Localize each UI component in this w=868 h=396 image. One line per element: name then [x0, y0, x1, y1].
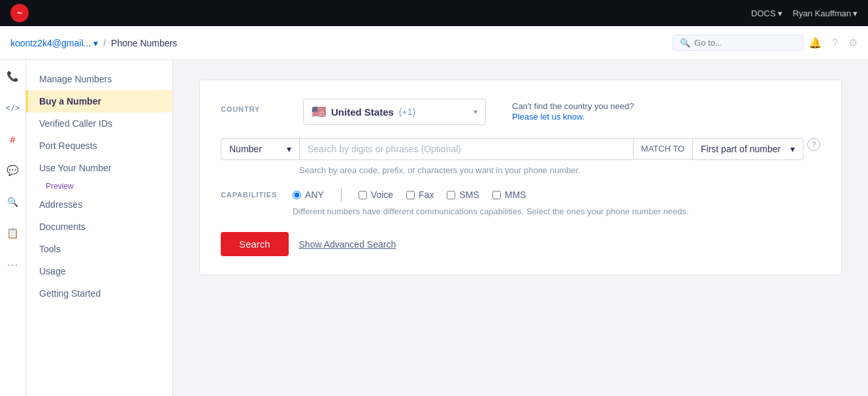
cap-voice-checkbox[interactable] [359, 191, 367, 199]
breadcrumb-separator: / [103, 38, 106, 48]
country-code: (+1) [399, 107, 415, 117]
topnav-left: ~ [10, 4, 29, 22]
nav-buy-number[interactable]: Buy a Number [26, 90, 172, 112]
search-icon: 🔍 [680, 38, 690, 48]
buy-number-form: COUNTRY 🇺🇸 United States (+1) ▾ Can't fi… [199, 80, 842, 275]
number-row: Number ▾ MATCH TO First part of number ▾… [221, 138, 820, 160]
chevron-down-icon: ▾ [474, 107, 477, 116]
breadcrumb-current: Phone Numbers [111, 38, 177, 48]
country-row: COUNTRY 🇺🇸 United States (+1) ▾ Can't fi… [221, 99, 820, 125]
twilio-logo-icon: ~ [10, 4, 29, 22]
sidebar-icon-clipboard[interactable]: 📋 [3, 223, 23, 243]
cant-find-text: Can't find the country you need? [512, 101, 634, 111]
settings-icon[interactable]: ⚙ [848, 37, 858, 49]
country-name: United States [331, 107, 394, 118]
country-flag: 🇺🇸 [312, 105, 326, 119]
nav-manage-numbers[interactable]: Manage Numbers [26, 68, 172, 90]
cap-fax-checkbox[interactable] [406, 191, 415, 199]
country-select[interactable]: 🇺🇸 United States (+1) ▾ [303, 99, 486, 125]
nav-verified-caller-ids[interactable]: Verified Caller IDs [26, 112, 172, 135]
nav-tools[interactable]: Tools [26, 238, 172, 260]
chevron-down-icon: ▾ [93, 38, 98, 48]
sidebar-icon-magnify[interactable]: 🔍 [3, 192, 23, 212]
cap-any-option[interactable]: ANY [293, 190, 324, 200]
match-to-select[interactable]: First part of number ▾ [692, 138, 803, 160]
chevron-down-icon: ▾ [790, 144, 795, 154]
match-to-value: First part of number [701, 144, 780, 154]
topnav-icons: 🔔 ? ⚙ [809, 37, 858, 49]
capabilities-hint: Different numbers have different communi… [293, 206, 820, 216]
cant-find-box: Can't find the country you need? Please … [512, 99, 634, 122]
cap-voice-option[interactable]: Voice [359, 190, 393, 200]
nav-getting-started[interactable]: Getting Started [26, 282, 172, 305]
bell-icon[interactable]: 🔔 [809, 37, 822, 49]
search-input[interactable] [694, 38, 796, 48]
main-content: COUNTRY 🇺🇸 United States (+1) ▾ Can't fi… [173, 60, 868, 396]
sidebar-icon-code[interactable]: </> [3, 98, 23, 118]
docs-link[interactable]: DOCS ▾ [751, 8, 782, 18]
number-type-select[interactable]: Number ▾ [221, 138, 299, 160]
capabilities-row: CAPABILITIES ANY Voice F [221, 188, 820, 201]
nav-use-your-number[interactable]: Use Your Number [26, 157, 172, 179]
sidebar-icon-ellipsis[interactable]: ··· [3, 255, 23, 274]
nav-preview[interactable]: Preview [26, 179, 172, 193]
account-breadcrumb[interactable]: koontz2k4@gmail... ▾ [10, 38, 98, 48]
capabilities-label: CAPABILITIES [221, 191, 293, 199]
cap-sms-option[interactable]: SMS [447, 190, 479, 200]
number-search-wrapper: Number ▾ MATCH TO First part of number ▾… [221, 138, 820, 175]
sidebar-icon-phone[interactable]: 📞 [3, 67, 23, 86]
cap-fax-option[interactable]: Fax [406, 190, 434, 200]
nav-documents[interactable]: Documents [26, 216, 172, 238]
chevron-down-icon: ▾ [287, 144, 291, 154]
chevron-down-icon: ▾ [778, 8, 782, 18]
search-button[interactable]: Search [221, 232, 289, 256]
number-type-label: Number [229, 144, 262, 154]
match-to-label: MATCH TO [633, 138, 692, 159]
please-let-us-know-link[interactable]: Please let us know. [512, 112, 585, 122]
topnav-right: DOCS ▾ Ryan Kauffman ▾ [751, 8, 858, 18]
cap-options: ANY Voice Fax SMS [293, 188, 526, 201]
match-help-icon[interactable]: ? [807, 138, 820, 151]
help-icon[interactable]: ? [832, 37, 838, 49]
cap-mms-checkbox[interactable] [492, 191, 501, 199]
cap-any-radio[interactable] [293, 191, 301, 199]
country-label: COUNTRY [221, 99, 293, 113]
top-navigation: ~ DOCS ▾ Ryan Kauffman ▾ [0, 0, 868, 26]
number-search-input[interactable] [299, 138, 633, 160]
cap-sms-checkbox[interactable] [447, 191, 455, 199]
icon-sidebar: 📞 </> # 💬 🔍 📋 ··· [0, 60, 26, 396]
advanced-search-link[interactable]: Show Advanced Search [299, 239, 396, 250]
capabilities-section: CAPABILITIES ANY Voice F [221, 188, 820, 216]
search-box[interactable]: 🔍 [673, 35, 803, 51]
nav-port-requests[interactable]: Port Requests [26, 135, 172, 157]
nav-addresses[interactable]: Addresses [26, 193, 172, 216]
user-menu[interactable]: Ryan Kauffman ▾ [793, 8, 858, 18]
nav-usage[interactable]: Usage [26, 260, 172, 282]
sidebar-icon-hash[interactable]: # [3, 129, 23, 149]
breadcrumb-bar: koontz2k4@gmail... ▾ / Phone Numbers 🔍 🔔… [0, 26, 868, 60]
cap-mms-option[interactable]: MMS [492, 190, 526, 200]
cap-divider [341, 188, 342, 201]
sidebar-icon-chat[interactable]: 💬 [3, 161, 23, 180]
main-layout: 📞 </> # 💬 🔍 📋 ··· Manage Numbers Buy a N… [0, 60, 868, 396]
left-navigation: Manage Numbers Buy a Number Verified Cal… [26, 60, 173, 396]
search-hint: Search by area code, prefix, or characte… [299, 165, 820, 175]
twilio-logo: ~ [10, 4, 29, 22]
search-button-row: Search Show Advanced Search [221, 232, 820, 256]
chevron-down-icon: ▾ [853, 8, 858, 18]
